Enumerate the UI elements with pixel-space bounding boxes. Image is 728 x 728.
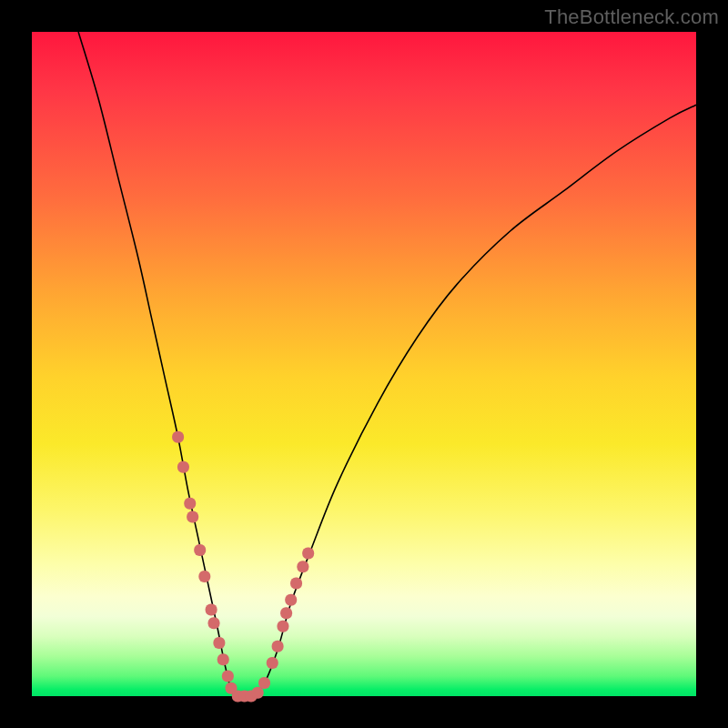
- curve-marker: [198, 571, 210, 582]
- curve-marker: [252, 687, 264, 699]
- curve-marker: [206, 604, 217, 616]
- curve-marker: [172, 431, 184, 443]
- curve-marker: [194, 544, 206, 556]
- curve-marker: [258, 677, 270, 689]
- marker-group: [172, 431, 314, 703]
- curve-marker: [208, 617, 220, 629]
- bottleneck-curve: [78, 32, 696, 697]
- chart-frame: TheBottleneck.com: [0, 0, 728, 728]
- curve-marker: [184, 498, 196, 510]
- curve-svg: [32, 32, 696, 696]
- curve-marker: [297, 561, 308, 572]
- curve-marker: [187, 511, 198, 522]
- curve-marker: [213, 637, 225, 649]
- curve-marker: [267, 657, 278, 669]
- watermark-text: TheBottleneck.com: [544, 5, 719, 29]
- curve-marker: [177, 461, 189, 473]
- curve-marker: [217, 653, 229, 665]
- curve-marker: [302, 548, 314, 560]
- curve-marker: [277, 621, 288, 632]
- curve-marker: [222, 671, 234, 682]
- curve-marker: [285, 594, 297, 606]
- curve-marker: [280, 607, 292, 619]
- curve-marker: [272, 641, 284, 652]
- plot-area: [32, 32, 696, 696]
- curve-marker: [290, 577, 302, 589]
